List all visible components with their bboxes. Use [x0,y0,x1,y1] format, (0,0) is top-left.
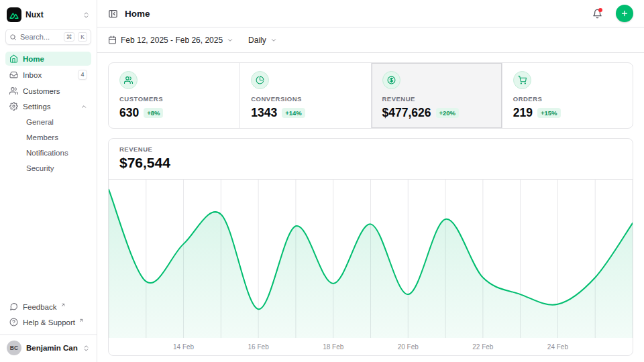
sidebar-footer: Feedback Help & Support [5,300,91,335]
stat-label: ORDERS [513,95,622,103]
sidebar-nav: Home Inbox 4 Customers Settings General [5,52,91,175]
workspace-selector[interactable]: Nuxt [5,5,91,29]
stat-value: $477,626 [382,106,431,120]
main-header: Home [97,0,644,27]
date-range-picker[interactable]: Feb 12, 2025 - Feb 26, 2025 [108,36,233,45]
svg-text:14 Feb: 14 Feb [173,343,195,351]
help-circle-icon [9,318,18,326]
sidebar-item-general[interactable]: General [5,115,91,129]
stat-label: REVENUE [382,95,491,103]
notifications-button[interactable] [592,9,602,19]
sidebar-item-label: Customers [23,87,87,95]
cart-icon [513,71,531,89]
kbd-cmd: ⌘ [64,32,75,42]
sidebar-item-inbox[interactable]: Inbox 4 [5,67,91,82]
stat-delta-badge: +14% [282,108,305,118]
revenue-chart: 14 Feb16 Feb18 Feb20 Feb22 Feb24 Feb [109,180,633,355]
svg-text:18 Feb: 18 Feb [323,343,344,351]
stats-row: CUSTOMERS 630 +8% CONVERSIONS 1343 +14% [108,62,633,129]
external-link-icon [60,302,66,308]
sidebar-collapse-icon[interactable] [108,9,118,19]
stat-delta-badge: +20% [436,108,460,118]
sidebar-item-members[interactable]: Members [5,130,91,144]
external-link-icon [78,318,84,323]
add-button[interactable] [616,5,633,22]
chevron-down-icon [270,37,277,44]
search-icon [9,34,17,41]
notification-dot [598,8,602,12]
sidebar-item-label: Home [23,55,87,63]
sidebar-item-settings[interactable]: Settings [5,99,91,113]
avatar: BC [7,341,21,355]
kbd-k: K [78,32,87,42]
pie-chart-icon [251,71,269,89]
filters-toolbar: Feb 12, 2025 - Feb 26, 2025 Daily [97,27,644,53]
chevron-up-down-icon [83,11,90,19]
svg-text:22 Feb: 22 Feb [472,343,494,351]
speech-bubble-icon [9,302,18,311]
svg-text:16 Feb: 16 Feb [248,343,270,351]
sidebar-item-notifications[interactable]: Notifications [5,145,91,160]
interval-label: Daily [248,36,266,45]
feedback-link[interactable]: Feedback [5,300,91,314]
chevron-up-icon [80,103,87,110]
users-icon [119,71,138,89]
help-support-label: Help & Support [23,318,75,326]
sidebar-item-security[interactable]: Security [5,161,91,175]
inbox-count-badge: 4 [78,70,87,80]
stat-card-customers[interactable]: CUSTOMERS 630 +8% [109,63,239,128]
search-input[interactable]: Search... ⌘ K [5,29,91,45]
user-name: Benjamin Canac [26,344,78,352]
date-range-label: Feb 12, 2025 - Feb 26, 2025 [121,36,223,45]
sidebar-item-home[interactable]: Home [5,52,91,66]
chevron-up-down-icon [83,345,90,352]
stat-value: 1343 [251,106,277,120]
stat-value: 219 [513,106,533,120]
stat-delta-badge: +15% [537,108,561,118]
sidebar: Nuxt Search... ⌘ K Home Inbox 4 [0,0,97,362]
gear-icon [9,102,18,111]
revenue-chart-card: REVENUE $76,544 14 Feb16 Feb18 Feb20 Feb… [108,138,633,356]
stat-card-conversions[interactable]: CONVERSIONS 1343 +14% [239,63,370,128]
stat-label: CONVERSIONS [251,95,360,103]
chart-label: REVENUE [119,145,622,153]
stat-label: CUSTOMERS [119,95,229,103]
svg-text:20 Feb: 20 Feb [398,343,419,351]
users-icon [9,86,18,95]
stat-card-orders[interactable]: ORDERS 219 +15% [502,63,633,128]
help-support-link[interactable]: Help & Support [5,315,91,329]
sidebar-item-label: Settings [23,103,76,111]
sidebar-spacer [5,175,91,300]
user-menu[interactable]: BC Benjamin Canac [0,335,97,357]
sidebar-item-customers[interactable]: Customers [5,84,91,98]
stat-delta-badge: +8% [144,108,163,118]
home-icon [9,54,18,63]
revenue-chart-body: 14 Feb16 Feb18 Feb20 Feb22 Feb24 Feb [109,180,633,355]
search-placeholder: Search... [20,33,60,41]
sidebar-item-label: Inbox [23,71,73,79]
dollar-circle-icon [382,71,400,89]
main-area: Home Feb 12, 2025 - Feb 26, 2025 Daily [97,0,644,362]
chevron-down-icon [227,37,233,44]
workspace-name: Nuxt [25,10,78,19]
feedback-label: Feedback [23,303,57,311]
dashboard-content: CUSTOMERS 630 +8% CONVERSIONS 1343 +14% [97,53,644,362]
interval-select[interactable]: Daily [248,36,277,45]
stat-card-revenue[interactable]: REVENUE $477,626 +20% [371,63,502,128]
svg-text:24 Feb: 24 Feb [547,343,569,351]
calendar-icon [108,36,117,44]
inbox-icon [9,70,18,79]
nuxt-logo-icon [7,7,21,22]
page-title: Home [125,9,586,19]
chart-value: $76,544 [119,155,622,171]
revenue-chart-header: REVENUE $76,544 [109,139,633,180]
stat-value: 630 [119,106,139,120]
